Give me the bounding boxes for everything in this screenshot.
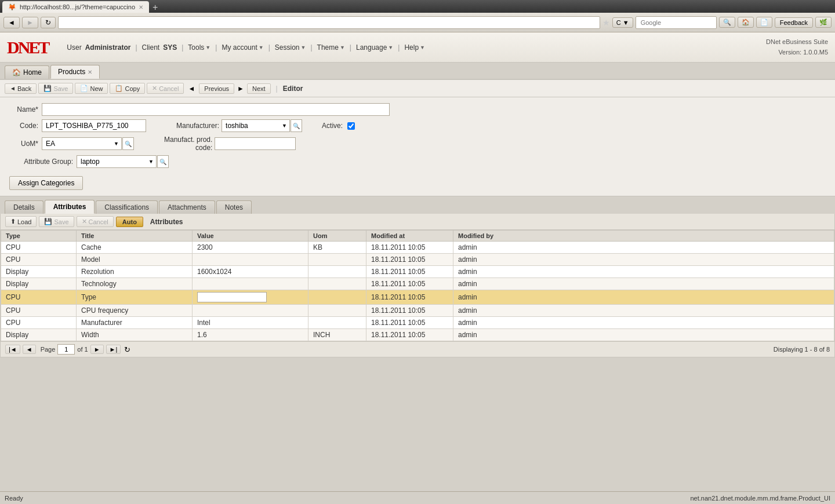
- table-row[interactable]: CPUType18.11.2011 10:05admin: [1, 290, 834, 305]
- nav-client[interactable]: Client: [142, 43, 160, 52]
- tab-products[interactable]: Products ✕: [50, 65, 100, 79]
- manufacturer-dropdown-btn[interactable]: ▼: [279, 119, 290, 132]
- cancel-button[interactable]: ✕ Cancel: [147, 83, 184, 94]
- col-uom: Uom: [308, 231, 366, 242]
- attr-group-label: Attribute Group:: [9, 158, 73, 166]
- nav-sys[interactable]: SYS: [163, 43, 177, 52]
- next-button[interactable]: Next: [247, 83, 271, 94]
- section-tab-details[interactable]: Details: [5, 200, 43, 214]
- copy-button[interactable]: 📋 Copy: [110, 83, 145, 94]
- previous-button[interactable]: Previous: [199, 83, 234, 94]
- cell-modified-at: 18.11.2011 10:05: [366, 254, 453, 266]
- section-tab-classifications[interactable]: Classifications: [96, 200, 158, 214]
- attr-save-button[interactable]: 💾 Save: [39, 216, 74, 227]
- section-tab-attributes[interactable]: Attributes: [45, 200, 95, 214]
- uom-dropdown-btn[interactable]: ▼: [111, 137, 122, 150]
- attr-cancel-button[interactable]: ✕ Cancel: [77, 216, 114, 227]
- cell-type: Display: [1, 329, 77, 341]
- cell-modified-by: admin: [453, 290, 834, 305]
- col-value: Value: [193, 231, 308, 242]
- page-input[interactable]: [57, 344, 75, 355]
- back-button[interactable]: ◄ Back: [5, 83, 37, 94]
- section-tab-notes[interactable]: Notes: [216, 200, 252, 214]
- new-button[interactable]: 📄 New: [75, 83, 108, 94]
- page-refresh-btn[interactable]: ↻: [124, 345, 130, 354]
- nav-administrator[interactable]: Administrator: [85, 43, 131, 52]
- browser-go-btn[interactable]: C ▼: [612, 17, 633, 28]
- browser-search-input[interactable]: [636, 16, 717, 29]
- browser-home-btn[interactable]: 🏠: [738, 17, 754, 28]
- page-first-btn[interactable]: |◄: [5, 345, 20, 354]
- browser-back-btn[interactable]: ◄: [3, 17, 20, 28]
- browser-chrome: 🦊 http://localhost:80...js/?theme=capucc…: [0, 0, 835, 13]
- section-tab-bar: Details Attributes Classifications Attac…: [0, 196, 835, 214]
- attr-group-dropdown-btn[interactable]: ▼: [146, 155, 157, 168]
- page-nav: |◄ ◄ Page of 1 ► ►| ↻: [5, 344, 130, 355]
- nav-session[interactable]: Session: [275, 43, 300, 52]
- toolbar-sep2: ►: [237, 85, 244, 93]
- attr-group-search-btn[interactable]: 🔍: [157, 155, 169, 168]
- browser-refresh-btn[interactable]: ↻: [41, 17, 56, 28]
- manuf-prod-code-input[interactable]: [215, 137, 296, 150]
- nav-tools[interactable]: Tools: [188, 43, 204, 52]
- tab-close-icon[interactable]: ✕: [139, 4, 143, 10]
- save-button[interactable]: 💾 Save: [38, 83, 73, 94]
- page-last-btn[interactable]: ►|: [106, 345, 121, 354]
- table-row[interactable]: DisplayWidth1.6INCH18.11.2011 10:05admin: [1, 329, 834, 341]
- cell-modified-by: admin: [453, 317, 834, 329]
- attr-auto-button[interactable]: Auto: [116, 217, 143, 227]
- table-row[interactable]: CPUModel18.11.2011 10:05admin: [1, 254, 834, 266]
- cell-type: CPU: [1, 290, 77, 305]
- manufacturer-input[interactable]: [222, 119, 279, 132]
- attr-group-row: Attribute Group: ▼ 🔍: [9, 155, 826, 168]
- tab-home-label: Home: [23, 68, 42, 76]
- uom-search-btn[interactable]: 🔍: [122, 137, 134, 150]
- star-icon: ★: [602, 18, 610, 27]
- section-tab-attachments[interactable]: Attachments: [159, 200, 215, 214]
- nav-language[interactable]: Language: [356, 43, 387, 52]
- code-input[interactable]: [42, 119, 146, 132]
- browser-page-btn[interactable]: 📄: [756, 17, 772, 28]
- table-row[interactable]: CPUCache2300KB18.11.2011 10:05admin: [1, 242, 834, 254]
- cell-modified-at: 18.11.2011 10:05: [366, 290, 453, 305]
- browser-address-input[interactable]: localhost:8089/nan21.dnet.core.web/ui/ex…: [58, 16, 600, 29]
- browser-search-btn[interactable]: 🔍: [719, 17, 735, 28]
- cell-value[interactable]: [193, 290, 308, 305]
- assign-categories-button[interactable]: Assign Categories: [9, 176, 83, 190]
- page-prev-btn[interactable]: ◄: [23, 345, 36, 354]
- cell-type: Display: [1, 266, 77, 278]
- cell-uom: INCH: [308, 329, 366, 341]
- cell-type: CPU: [1, 317, 77, 329]
- table-row[interactable]: DisplayRezolution1600x102418.11.2011 10:…: [1, 266, 834, 278]
- name-input[interactable]: Laptop Toshiba Satellite P775-100 Intel …: [42, 103, 390, 116]
- nav-my-account[interactable]: My account: [222, 43, 257, 52]
- app-header: DNET User Administrator | Client SYS | T…: [0, 32, 835, 63]
- browser-tab[interactable]: 🦊 http://localhost:80...js/?theme=capucc…: [2, 1, 149, 13]
- tab-home[interactable]: 🏠 Home: [5, 65, 49, 79]
- nav-sep2: |: [181, 43, 183, 52]
- manufacturer-search-btn[interactable]: 🔍: [291, 119, 302, 132]
- uom-input[interactable]: [42, 137, 111, 150]
- table-row[interactable]: CPUCPU frequency18.11.2011 10:05admin: [1, 305, 834, 317]
- nav-theme[interactable]: Theme: [317, 43, 339, 52]
- cell-uom: KB: [308, 242, 366, 254]
- browser-extra-btn[interactable]: 🌿: [815, 17, 832, 28]
- browser-forward-btn[interactable]: ►: [22, 17, 38, 28]
- table-row[interactable]: CPUManufacturerIntel18.11.2011 10:05admi…: [1, 317, 834, 329]
- table-row[interactable]: DisplayTechnology18.11.2011 10:05admin: [1, 278, 834, 290]
- manufacturer-label: Manufacturer:: [176, 122, 219, 130]
- nav-help[interactable]: Help: [404, 43, 419, 52]
- attr-load-button[interactable]: ⬆ Load: [5, 216, 37, 227]
- nav-user[interactable]: User: [67, 43, 81, 52]
- page-next-btn[interactable]: ►: [90, 345, 104, 354]
- tab-products-close-icon[interactable]: ✕: [88, 69, 92, 75]
- nav-my-account-arrow: ▼: [259, 45, 264, 50]
- attr-group-input[interactable]: [77, 155, 146, 168]
- save-icon: 💾: [43, 85, 52, 92]
- app-nav: User Administrator | Client SYS | Tools …: [67, 43, 425, 52]
- new-tab-btn[interactable]: +: [149, 2, 161, 13]
- nav-sep1: |: [135, 43, 137, 52]
- feedback-button[interactable]: Feedback: [775, 17, 813, 28]
- active-checkbox[interactable]: [347, 122, 355, 130]
- cell-type: CPU: [1, 254, 77, 266]
